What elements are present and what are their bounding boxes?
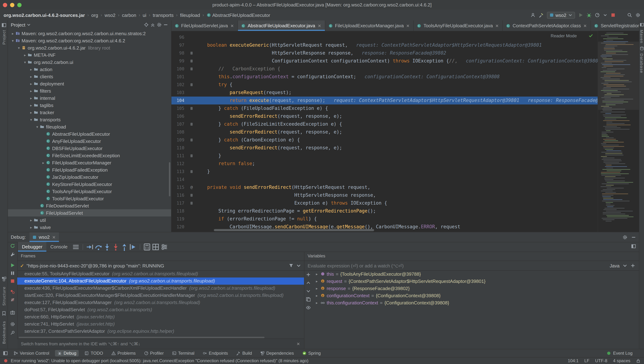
sidebar-item-bookmarks[interactable]: Bookmarks <box>2 321 6 344</box>
reader-mode-toggle[interactable]: Reader Mode <box>551 34 577 38</box>
close-tab-icon[interactable] <box>317 24 322 28</box>
line-number-gutter[interactable]: 102 <box>171 81 187 89</box>
line-number-gutter[interactable]: 120 <box>171 223 187 231</box>
pause-program-button[interactable] <box>10 271 15 276</box>
variable-row[interactable]: ▸this.configurationContext = {Configurat… <box>313 299 639 306</box>
expand-chevron-icon[interactable]: ▸ <box>315 301 319 304</box>
editor-tab[interactable]: CServletRegistration.class <box>591 20 639 31</box>
variable-row[interactable]: ▸presponse = {ResponseFacade@39802} <box>313 285 639 292</box>
layout-settings-icon[interactable] <box>72 243 80 251</box>
debug-session-tab[interactable]: wso2 <box>30 232 59 242</box>
editor-horizontal-scrollbar[interactable] <box>194 229 595 231</box>
force-step-into-button[interactable] <box>111 243 120 251</box>
frames-scrollbar[interactable] <box>19 337 264 338</box>
locate-file-button[interactable] <box>144 22 149 27</box>
minimap-viewport[interactable] <box>598 42 639 110</box>
tree-chevron-icon[interactable]: ▸ <box>22 53 28 57</box>
sidebar-item-database[interactable]: Database <box>639 54 644 73</box>
tree-item[interactable]: ▸taglibs <box>8 102 171 109</box>
code-minimap[interactable] <box>598 31 639 232</box>
hide-panel-button[interactable] <box>163 22 168 27</box>
breadcrumb-item[interactable]: transports <box>153 12 174 18</box>
line-number-gutter[interactable]: 114 <box>171 176 187 184</box>
close-window-button[interactable] <box>3 3 7 7</box>
line-number-gutter[interactable]: 111 <box>171 152 187 160</box>
line-number-gutter[interactable]: 100 <box>171 65 187 73</box>
debug-layout-settings-button[interactable] <box>10 322 15 327</box>
breadcrumb-item[interactable]: org <box>91 12 98 18</box>
evaluate-expression-button[interactable] <box>143 243 151 251</box>
close-hint-icon[interactable] <box>296 342 300 346</box>
tree-chevron-icon[interactable]: ▾ <box>10 38 16 42</box>
tree-item[interactable]: ▾fileupload <box>8 123 171 130</box>
variable-row[interactable]: ▸this = {ToolsAnyFileUploadExecutor@3978… <box>313 270 639 278</box>
stack-frame[interactable]: execute:55, ToolsAnyFileUploadExecutor(o… <box>17 270 304 278</box>
move-down-button[interactable] <box>306 288 311 294</box>
line-number-gutter[interactable]: 112 <box>171 160 187 168</box>
chevron-down-icon[interactable] <box>27 22 31 27</box>
toolwindow-button-debug[interactable]: Debug <box>55 350 79 356</box>
tree-chevron-icon[interactable]: ▸ <box>28 225 34 229</box>
editor-tab[interactable]: CFileUploadServlet.java <box>171 20 238 31</box>
tree-item[interactable]: ▸deployment <box>8 80 171 87</box>
tree-item[interactable]: CAbstractFileUploadExecutor <box>8 130 171 138</box>
tree-chevron-icon[interactable]: ▸ <box>28 218 34 222</box>
expand-chevron-icon[interactable]: ▸ <box>315 286 319 290</box>
breadcrumb-item[interactable]: ui <box>143 12 146 18</box>
mute-breakpoints-button[interactable] <box>10 297 15 302</box>
step-out-button[interactable] <box>120 243 129 251</box>
evaluate-expression-input[interactable]: Evaluate expression (⏎) or add a watch (… <box>304 261 639 271</box>
tool-windows-icon[interactable] <box>639 22 644 27</box>
close-tab-icon[interactable] <box>406 24 410 28</box>
tree-chevron-icon[interactable]: ▸ <box>41 161 46 164</box>
debug-view-tab[interactable]: Debugger <box>18 242 46 252</box>
settings-gear-icon[interactable] <box>635 12 640 18</box>
editor-tab[interactable]: CContextPathServletAdaptor.class <box>503 20 591 31</box>
line-number-gutter[interactable]: 109 <box>171 136 187 144</box>
project-view-selector[interactable]: Project <box>11 22 25 28</box>
resume-program-button[interactable] <box>10 263 15 268</box>
add-watch-button[interactable] <box>306 272 311 277</box>
toolwindow-button-todo[interactable]: TODO <box>82 350 106 356</box>
line-separator-widget[interactable]: LF <box>584 358 589 363</box>
tree-item[interactable]: CFileSizeLimitExceededException <box>8 152 171 159</box>
chevron-down-icon[interactable] <box>296 263 301 268</box>
copy-value-button[interactable] <box>306 297 311 302</box>
edit-configuration-button[interactable] <box>10 252 15 257</box>
line-number-gutter[interactable]: 101 <box>171 73 187 81</box>
expand-chevron-icon[interactable]: ▸ <box>315 272 319 276</box>
tool-window-switcher-icon[interactable] <box>3 351 8 356</box>
tree-item[interactable]: CDBSFileUploadExecutor <box>8 145 171 152</box>
search-everywhere-icon[interactable] <box>627 12 632 18</box>
line-number-gutter[interactable]: 118 <box>171 207 187 215</box>
bookmarks-icon[interactable] <box>1 311 6 316</box>
close-session-icon[interactable] <box>52 235 56 239</box>
stack-frame[interactable]: service:37, ContextPathServletAdaptor(or… <box>17 328 304 335</box>
debug-settings-icon[interactable] <box>622 234 627 240</box>
toolwindow-button-build[interactable]: Build <box>234 350 254 356</box>
line-number-gutter[interactable]: 119 <box>171 215 187 223</box>
tree-item[interactable]: ▸valve <box>8 224 171 231</box>
tree-item[interactable]: CKeyStoreFileUploadExecutor <box>8 180 171 188</box>
toolwindow-button-terminal[interactable]: Terminal <box>169 350 197 356</box>
tree-item[interactable]: ▸META-INF <box>8 51 171 58</box>
line-number-gutter[interactable]: 108 <box>171 128 187 136</box>
coverage-grid-button[interactable] <box>151 243 160 251</box>
tree-item[interactable]: ▾org.wso2.carbon.ui-4.6.2.jarlibrary roo… <box>8 44 171 51</box>
stack-frame[interactable]: doPost:57, FileUploadServlet(org.wso2.ca… <box>17 306 304 314</box>
editor-tab[interactable]: CToolsAnyFileUploadExecutor.java <box>414 20 503 31</box>
editor-tab[interactable]: CFileUploadExecutorManager.java <box>325 20 414 31</box>
variable-row[interactable]: ▸pconfigurationContext = {ConfigurationC… <box>313 292 639 299</box>
breadcrumb-item[interactable]: carbon <box>122 12 136 18</box>
pin-tab-button[interactable] <box>10 330 15 335</box>
line-number-gutter[interactable]: 104 <box>171 96 187 104</box>
line-number-gutter[interactable]: 117 <box>171 199 187 207</box>
tree-chevron-icon[interactable]: ▸ <box>28 67 34 71</box>
tree-item[interactable]: ▸filters <box>8 87 171 94</box>
line-number-gutter[interactable]: 116 <box>171 191 187 199</box>
toolwindow-button-version-control[interactable]: Version Control <box>11 350 52 356</box>
tree-chevron-icon[interactable]: ▸ <box>28 103 34 107</box>
tree-item[interactable]: ▸tracker <box>8 109 171 116</box>
tree-item[interactable]: CJarZipUploadExecutor <box>8 174 171 180</box>
view-breakpoints-button[interactable] <box>10 289 15 294</box>
